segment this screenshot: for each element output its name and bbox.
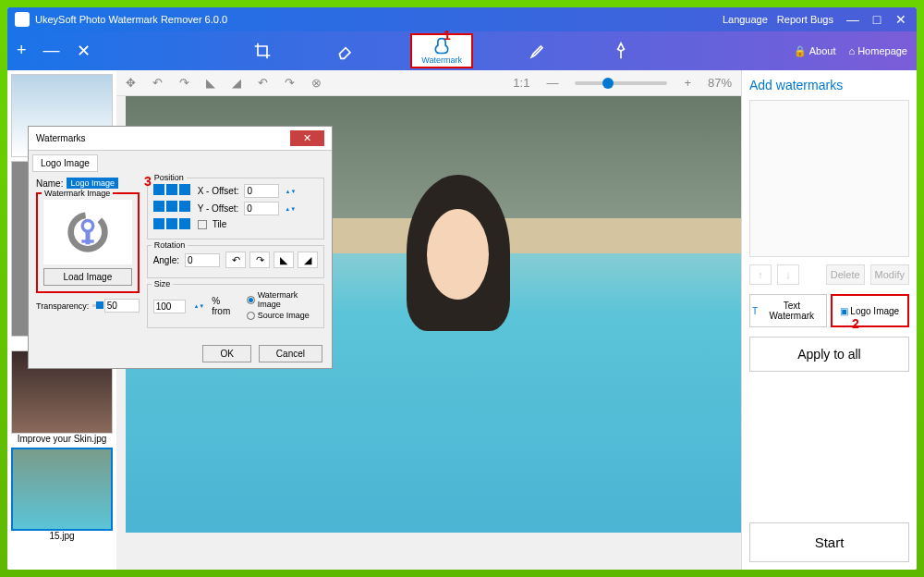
flip-v-button[interactable]: ◢: [298, 252, 318, 268]
delete-button[interactable]: Delete: [826, 264, 865, 285]
rotate-ccw-icon[interactable]: ↶: [152, 76, 163, 90]
ribbon: + — ✕ Watermark 🔒 About ⌂ Homepa: [7, 31, 917, 70]
key-logo-icon: [65, 209, 111, 255]
svg-rect-3: [81, 239, 93, 242]
pin-icon: [612, 42, 630, 60]
pin-tool[interactable]: [602, 40, 639, 62]
thumb-label: Improve your Skin.jpg: [11, 434, 113, 444]
dialog-close-icon[interactable]: ✕: [290, 130, 324, 146]
rotate-ccw-button[interactable]: ↶: [225, 252, 246, 268]
y-offset-label: Y - Offset:: [198, 203, 239, 214]
position-label: Position: [152, 173, 187, 182]
modify-button[interactable]: Modify: [870, 264, 909, 285]
watermark-tool[interactable]: Watermark: [410, 33, 473, 68]
move-down-icon[interactable]: ↓: [777, 264, 799, 285]
watermarks-dialog: Watermarks ✕ Logo Image Name: Logo Image…: [28, 126, 333, 369]
x-offset-field[interactable]: 0: [244, 184, 279, 198]
move-up-icon[interactable]: ↑: [749, 264, 772, 285]
ratio-button[interactable]: 1:1: [513, 76, 529, 90]
text-watermark-button[interactable]: TText Watermark: [749, 294, 827, 327]
remove-icon[interactable]: —: [43, 41, 60, 61]
minimize-icon[interactable]: —: [845, 13, 861, 26]
size-spin-icon[interactable]: ▲▼: [193, 303, 204, 309]
name-label: Name:: [36, 178, 63, 189]
rotation-label: Rotation: [152, 240, 188, 250]
transparency-slider[interactable]: [92, 304, 100, 307]
cancel-button[interactable]: Cancel: [259, 345, 322, 362]
redo-icon[interactable]: ↷: [285, 76, 295, 90]
wm-image-radio[interactable]: [247, 296, 255, 304]
homepage-link[interactable]: ⌂ Homepage: [849, 45, 907, 56]
x-spin-icon[interactable]: ▲▼: [285, 189, 296, 194]
edit-toolbar: ✥ ↶ ↷ ◣ ◢ ↶ ↷ ⊗ 1:1 — + 87%: [116, 70, 741, 96]
transparency-label: Transparency:: [36, 301, 89, 311]
source-image-radio[interactable]: [247, 312, 255, 320]
callout-3: 3: [144, 174, 152, 189]
brush-icon: [529, 42, 547, 60]
watermark-preview-box: [749, 100, 909, 257]
x-offset-label: X - Offset:: [198, 186, 239, 196]
language-link[interactable]: Language: [723, 14, 768, 25]
flip-h-icon[interactable]: ◣: [206, 76, 215, 90]
zoom-out-icon[interactable]: —: [546, 76, 558, 90]
crop-tool[interactable]: [244, 40, 281, 62]
report-bugs-link[interactable]: Report Bugs: [777, 14, 833, 25]
eraser-tool[interactable]: [327, 40, 364, 62]
tile-checkbox[interactable]: [198, 220, 207, 229]
svg-point-1: [82, 221, 93, 232]
apply-to-all-button[interactable]: Apply to all: [749, 337, 909, 372]
y-offset-field[interactable]: 0: [244, 202, 279, 215]
dialog-title: Watermarks: [36, 133, 86, 143]
app-logo-icon: [15, 12, 30, 27]
app-title: UkeySoft Photo Watermark Remover 6.0.0: [35, 14, 227, 25]
logo-image-tab[interactable]: Logo Image: [32, 154, 98, 172]
clear-icon[interactable]: ✕: [77, 41, 91, 61]
start-button[interactable]: Start: [749, 522, 909, 562]
add-watermarks-title[interactable]: Add watermarks: [749, 78, 909, 92]
crop-icon: [253, 42, 272, 60]
thumb-label: 15.jpg: [11, 531, 113, 541]
y-spin-icon[interactable]: ▲▼: [285, 206, 296, 212]
position-grid[interactable]: [153, 184, 190, 233]
pct-from-label: % from: [212, 296, 238, 316]
logo-image-button[interactable]: ▣Logo Image: [831, 294, 910, 327]
tile-label: Tile: [213, 219, 227, 229]
name-field[interactable]: Logo Image: [67, 178, 118, 189]
undo-icon[interactable]: ↶: [258, 76, 268, 90]
zoom-in-icon[interactable]: +: [684, 76, 691, 90]
eraser-icon: [336, 42, 355, 60]
callout-2: 2: [852, 316, 859, 331]
flip-v-icon[interactable]: ◢: [232, 76, 241, 90]
rotate-cw-icon[interactable]: ↷: [179, 76, 189, 90]
titlebar: UkeySoft Photo Watermark Remover 6.0.0 L…: [7, 7, 917, 31]
reset-icon[interactable]: ⊗: [311, 76, 322, 90]
angle-label: Angle:: [153, 255, 179, 265]
add-icon[interactable]: +: [17, 41, 27, 61]
watermark-label: Watermark: [421, 55, 462, 65]
flip-h-button[interactable]: ◣: [274, 252, 294, 268]
ok-button[interactable]: OK: [202, 345, 250, 362]
angle-field[interactable]: 0: [185, 253, 220, 267]
right-panel: Add watermarks ↑ ↓ Delete Modify TText W…: [741, 70, 917, 570]
zoom-percent: 87%: [708, 76, 732, 90]
callout-1: 1: [444, 28, 451, 43]
close-icon[interactable]: ✕: [893, 13, 909, 26]
thumb-item[interactable]: 15.jpg: [11, 448, 113, 541]
maximize-icon[interactable]: □: [869, 13, 885, 26]
load-image-button[interactable]: Load Image: [43, 268, 132, 286]
about-link[interactable]: 🔒 About: [794, 45, 836, 57]
wm-image-preview: [43, 200, 132, 264]
transparency-value[interactable]: 50: [104, 299, 140, 313]
move-icon[interactable]: ✥: [126, 76, 136, 90]
wm-image-label: Watermark Image: [42, 189, 113, 198]
rotate-cw-button[interactable]: ↷: [249, 252, 270, 268]
zoom-slider[interactable]: [575, 81, 667, 85]
brush-tool[interactable]: [519, 40, 556, 62]
size-label: Size: [152, 279, 174, 288]
size-field[interactable]: 100: [153, 300, 187, 313]
